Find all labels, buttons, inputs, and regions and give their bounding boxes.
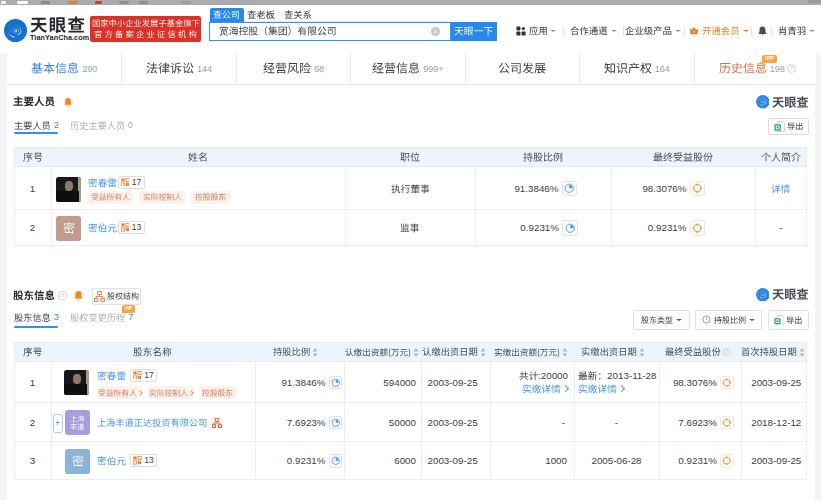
svg-text:?: ? xyxy=(61,291,65,298)
svg-text:?: ? xyxy=(790,65,793,71)
svg-text:?: ? xyxy=(725,349,728,355)
